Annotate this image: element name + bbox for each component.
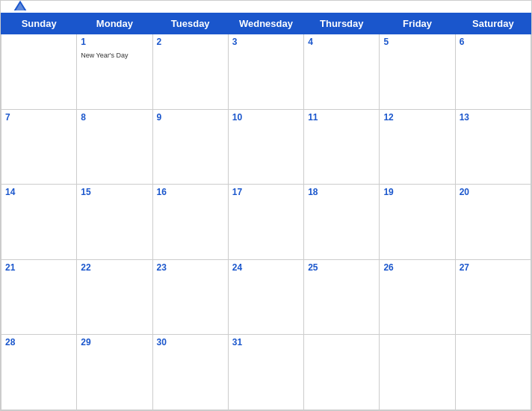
- calendar-cell: 31: [228, 335, 303, 410]
- calendar-table: SundayMondayTuesdayWednesdayThursdayFrid…: [1, 13, 531, 410]
- calendar-cell: 12: [380, 109, 455, 185]
- day-number: 1: [81, 37, 148, 47]
- weekday-header-wednesday: Wednesday: [228, 13, 303, 34]
- logo: [13, 0, 34, 14]
- calendar-cell: 9: [152, 109, 228, 185]
- calendar-cell: 1New Year's Day: [77, 34, 152, 110]
- day-number: 21: [5, 262, 72, 273]
- day-number: 3: [232, 37, 300, 47]
- calendar-week-row: 78910111213: [1, 109, 531, 185]
- calendar-cell: 10: [228, 109, 303, 185]
- day-number: 18: [308, 187, 375, 197]
- calendar-cell: 7: [1, 109, 77, 185]
- weekday-header-monday: Monday: [77, 13, 152, 34]
- weekday-header-row: SundayMondayTuesdayWednesdayThursdayFrid…: [1, 13, 531, 34]
- calendar-cell: 22: [77, 259, 152, 335]
- calendar-week-row: 28293031: [1, 335, 531, 410]
- day-number: 14: [5, 187, 72, 197]
- calendar-cell: 21: [1, 259, 77, 335]
- day-number: 12: [383, 112, 451, 123]
- generalblue-logo-icon: [13, 0, 28, 14]
- calendar-cell: 6: [455, 34, 531, 110]
- calendar-cell: 30: [152, 335, 228, 410]
- day-number: 22: [81, 262, 148, 273]
- calendar-cell: 8: [77, 109, 152, 185]
- day-number: 26: [383, 262, 451, 273]
- calendar-week-row: 14151617181920: [1, 185, 531, 260]
- day-number: 27: [460, 262, 527, 273]
- weekday-header-friday: Friday: [380, 13, 455, 34]
- calendar-cell: [455, 335, 531, 410]
- calendar-cell: 19: [380, 185, 455, 260]
- day-number: 5: [383, 37, 451, 47]
- calendar-cell: 11: [304, 109, 380, 185]
- calendar-cell: 24: [228, 259, 303, 335]
- calendar-cell: 15: [77, 185, 152, 260]
- holiday-label: New Year's Day: [81, 52, 128, 59]
- day-number: 10: [232, 112, 300, 123]
- calendar-cell: [1, 34, 77, 110]
- day-number: 9: [157, 112, 224, 123]
- calendar-cell: 16: [152, 185, 228, 260]
- day-number: 29: [81, 337, 148, 347]
- calendar-cell: 18: [304, 185, 380, 260]
- day-number: 15: [81, 187, 148, 197]
- calendar-cell: 25: [304, 259, 380, 335]
- day-number: 16: [157, 187, 224, 197]
- calendar-cell: 23: [152, 259, 228, 335]
- day-number: 20: [460, 187, 527, 197]
- day-number: 25: [308, 262, 375, 273]
- day-number: 11: [308, 112, 375, 123]
- calendar-cell: 17: [228, 185, 303, 260]
- weekday-header-sunday: Sunday: [1, 13, 77, 34]
- calendar-cell: 27: [455, 259, 531, 335]
- day-number: 23: [157, 262, 224, 273]
- day-number: 6: [460, 37, 527, 47]
- calendar-cell: 4: [304, 34, 380, 110]
- calendar-cell: 14: [1, 185, 77, 260]
- calendar-cell: 13: [455, 109, 531, 185]
- day-number: 31: [232, 337, 300, 347]
- weekday-header-saturday: Saturday: [455, 13, 531, 34]
- calendar-cell: 20: [455, 185, 531, 260]
- day-number: 30: [157, 337, 224, 347]
- day-number: 17: [232, 187, 300, 197]
- day-number: 24: [232, 262, 300, 273]
- calendar-cell: 5: [380, 34, 455, 110]
- calendar-container: SundayMondayTuesdayWednesdayThursdayFrid…: [0, 0, 532, 411]
- calendar-week-row: 21222324252627: [1, 259, 531, 335]
- calendar-cell: 28: [1, 335, 77, 410]
- calendar-cell: 29: [77, 335, 152, 410]
- day-number: 28: [5, 337, 72, 347]
- day-number: 13: [460, 112, 527, 123]
- calendar-cell: [304, 335, 380, 410]
- day-number: 8: [81, 112, 148, 123]
- calendar-cell: 3: [228, 34, 303, 110]
- day-number: 4: [308, 37, 375, 47]
- day-number: 19: [383, 187, 451, 197]
- weekday-header-thursday: Thursday: [304, 13, 380, 34]
- calendar-cell: 26: [380, 259, 455, 335]
- weekday-header-tuesday: Tuesday: [152, 13, 228, 34]
- calendar-week-row: 1New Year's Day23456: [1, 34, 531, 110]
- calendar-cell: 2: [152, 34, 228, 110]
- day-number: 7: [5, 112, 72, 123]
- day-number: 2: [157, 37, 224, 47]
- calendar-header: [1, 1, 531, 13]
- calendar-cell: [380, 335, 455, 410]
